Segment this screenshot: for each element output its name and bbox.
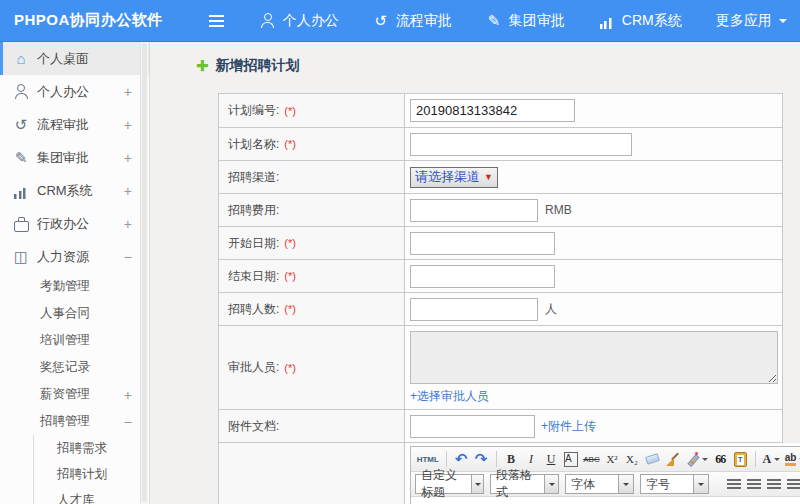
paste-text-button[interactable] <box>731 450 750 469</box>
nav-item-3[interactable]: CRM系统 <box>599 12 682 30</box>
sidebar-item-8[interactable]: 人事合同 <box>0 300 149 327</box>
html-source-button[interactable]: HTML <box>415 450 441 469</box>
field-label: 审批人员: <box>228 359 279 376</box>
sidebar-item-9[interactable]: 培训管理 <box>0 327 149 354</box>
attachment-input[interactable] <box>410 415 535 438</box>
sidebar-item-label: 个人桌面 <box>37 50 89 68</box>
bold-button-glyph: B <box>507 452 515 467</box>
expand-toggle-icon[interactable]: + <box>124 84 132 100</box>
add-plus-icon: ✚ <box>196 57 209 75</box>
font-family-select[interactable]: 字体 <box>565 474 634 494</box>
bold-button[interactable]: B <box>502 450 521 469</box>
sidebar-item-0[interactable]: ⌂个人桌面 <box>0 42 149 75</box>
expand-toggle-icon[interactable]: + <box>124 183 132 199</box>
redo-button[interactable]: ↷ <box>472 450 491 469</box>
chart-icon <box>13 183 29 199</box>
nav-item-2[interactable]: ✎集团审批 <box>486 12 565 30</box>
highlight-color-button[interactable]: ab <box>783 450 800 469</box>
attachment-upload-link[interactable]: +附件上传 <box>541 418 596 435</box>
char-border-button[interactable]: A <box>562 450 581 469</box>
form-row-headcount: 招聘人数:(*)人 <box>219 292 782 325</box>
sidebar-item-10[interactable]: 奖惩记录 <box>0 354 149 381</box>
expand-toggle-icon[interactable]: + <box>124 387 132 403</box>
sidebar-item-14[interactable]: 招聘计划 <box>33 461 149 487</box>
subscript-button[interactable]: X₂ <box>623 450 642 469</box>
sidebar-item-1[interactable]: 个人办公+ <box>0 75 149 108</box>
sidebar-item-6[interactable]: ◫人力资源− <box>0 240 149 273</box>
plan-number-input[interactable] <box>410 99 575 122</box>
font-color-button[interactable]: A <box>761 450 782 469</box>
expand-toggle-icon[interactable]: − <box>124 414 132 430</box>
auto-typeset-button-shape <box>685 452 699 467</box>
field-label: 计划名称: <box>228 136 279 153</box>
field-value-cell: 人 <box>405 293 782 325</box>
field-label-cell: 开始日期:(*) <box>219 227 405 259</box>
field-label: 结束日期: <box>228 268 279 285</box>
font-size-select[interactable]: 字号 <box>640 474 709 494</box>
paste-text-button-shape <box>734 452 747 467</box>
align-right-button[interactable] <box>764 475 783 494</box>
flow-icon: ↺ <box>13 117 29 133</box>
select-arrow-icon[interactable] <box>544 475 558 493</box>
channel-select[interactable]: 请选择渠道▼ <box>410 167 498 188</box>
toolbar-divider <box>446 451 447 467</box>
select-arrow-icon[interactable] <box>471 475 483 493</box>
nav-item-1[interactable]: ↺流程审批 <box>373 12 452 30</box>
underline-button[interactable]: U <box>542 450 561 469</box>
start-date-input[interactable] <box>410 232 555 255</box>
blockquote-button[interactable]: 66 <box>711 450 730 469</box>
italic-button[interactable]: I <box>522 450 541 469</box>
nav-item-4[interactable]: 更多应用 <box>716 12 787 30</box>
sidebar-scrollbar[interactable] <box>140 42 148 504</box>
sidebar-item-12[interactable]: 招聘管理− <box>0 408 149 435</box>
sidebar-item-label: 人事合同 <box>40 305 90 322</box>
superscript-button[interactable]: X² <box>603 450 622 469</box>
undo-button[interactable]: ↶ <box>452 450 471 469</box>
field-label-cell: 附件文档: <box>219 410 405 442</box>
plan-name-input[interactable] <box>410 133 632 156</box>
expand-toggle-icon[interactable]: − <box>124 249 132 265</box>
field-label-cell: 审批人员:(*) <box>219 326 405 409</box>
auto-typeset-button[interactable] <box>683 450 710 469</box>
field-label-cell: 招聘渠道: <box>219 161 405 193</box>
align-center-button[interactable] <box>744 475 763 494</box>
hamburger-menu-icon[interactable] <box>209 15 224 17</box>
field-label-cell: 招聘费用: <box>219 194 405 226</box>
headcount-input[interactable] <box>410 298 538 321</box>
sidebar-item-4[interactable]: CRM系统+ <box>0 174 149 207</box>
custom-title-select[interactable]: 自定义标题 <box>415 474 484 494</box>
sidebar-item-label: 招聘计划 <box>57 466 107 483</box>
nav-item-0[interactable]: 个人办公 <box>260 12 339 30</box>
paragraph-format-select[interactable]: 段落格式 <box>490 474 559 494</box>
underline-button-glyph: U <box>547 452 556 467</box>
dropdown-caret-icon <box>774 458 780 464</box>
topbar: PHPOA协同办公软件 个人办公↺流程审批✎集团审批CRM系统更多应用 <box>0 0 800 42</box>
sidebar-item-label: CRM系统 <box>37 182 93 200</box>
sidebar-item-11[interactable]: 薪资管理+ <box>0 381 149 408</box>
sidebar-item-7[interactable]: 考勤管理 <box>0 273 149 300</box>
justify-button[interactable] <box>784 475 800 494</box>
sidebar-item-label: 招聘管理 <box>40 413 90 430</box>
expand-toggle-icon[interactable]: + <box>124 117 132 133</box>
undo-button-glyph: ↶ <box>455 450 468 468</box>
user-icon <box>260 13 276 29</box>
sidebar-item-3[interactable]: ✎集团审批+ <box>0 141 149 174</box>
select-approvers-link[interactable]: +选择审批人员 <box>410 388 778 405</box>
approvers-textarea[interactable] <box>410 331 778 384</box>
expand-toggle-icon[interactable]: + <box>124 216 132 232</box>
align-left-button[interactable] <box>724 475 743 494</box>
end-date-input[interactable] <box>410 265 555 288</box>
sidebar-item-2[interactable]: ↺流程审批+ <box>0 108 149 141</box>
cost-input[interactable] <box>410 199 538 222</box>
strikethrough-button[interactable]: ABC <box>582 450 602 469</box>
select-arrow-icon[interactable] <box>618 475 633 493</box>
sidebar-item-13[interactable]: 招聘需求 <box>33 435 149 461</box>
sidebar-item-15[interactable]: 人才库 <box>33 487 149 504</box>
nav-item-label: 流程审批 <box>396 12 452 30</box>
expand-toggle-icon[interactable]: + <box>124 150 132 166</box>
format-brush-button[interactable] <box>663 450 682 469</box>
sidebar-item-5[interactable]: 行政办公+ <box>0 207 149 240</box>
edit-icon: ✎ <box>486 13 502 29</box>
select-arrow-icon[interactable] <box>693 475 708 493</box>
eraser-button[interactable] <box>643 450 662 469</box>
